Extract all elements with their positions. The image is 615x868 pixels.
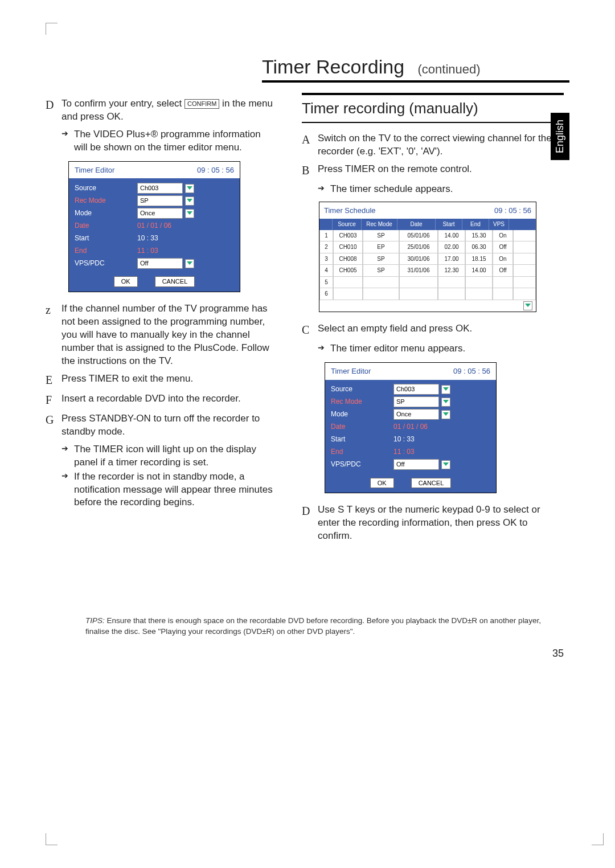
step-d-right: D Use S T keys or the numeric keypad 0-9… — [302, 503, 564, 543]
step-f: F Insert a recordable DVD into the recor… — [46, 392, 273, 408]
tips-text: Ensure that there is enough space on the… — [85, 616, 541, 636]
dropdown-icon[interactable] — [185, 184, 194, 193]
source-field[interactable]: Ch003 — [137, 183, 183, 194]
tips-footer: TIPS: Ensure that there is enough space … — [46, 616, 569, 637]
table-row[interactable]: 4CH005SP31/01/0612.3014.00Off — [319, 265, 536, 277]
crop-mark — [46, 833, 58, 845]
table-row[interactable]: 3CH008SP30/01/0617.0018.15On — [319, 253, 536, 265]
table-row[interactable]: 5 — [319, 277, 536, 289]
dropdown-icon[interactable] — [185, 209, 194, 218]
dropdown-icon[interactable] — [441, 385, 450, 394]
arrow-icon: ➔ — [62, 470, 74, 510]
mode-field[interactable]: Once — [137, 208, 183, 219]
editor-time: 09 : 05 : 56 — [197, 165, 234, 175]
dropdown-icon[interactable] — [441, 460, 450, 469]
title-text: Timer Recording — [262, 56, 404, 77]
table-row[interactable]: 6 — [319, 288, 536, 300]
step-c-sub: ➔ The timer editor menu appears. — [318, 342, 564, 355]
dropdown-icon[interactable] — [185, 259, 194, 268]
step-g-sub1: ➔ The TIMER icon will light up on the di… — [62, 443, 273, 469]
dropdown-icon[interactable] — [441, 398, 450, 407]
section-subhead: Timer recording (manually) — [302, 93, 564, 123]
ok-button[interactable]: OK — [370, 478, 394, 489]
schedule-title: Timer Schedule — [324, 206, 376, 216]
arrow-icon: ➔ — [62, 128, 74, 154]
dropdown-icon[interactable] — [185, 196, 194, 206]
schedule-time: 09 : 05 : 56 — [494, 206, 531, 216]
step-a: A Switch on the TV to the correct viewin… — [302, 132, 564, 158]
timer-editor-panel: Timer Editor 09 : 05 : 56 SourceCh003 Re… — [325, 362, 497, 493]
step-g: G Press STANDBY-ON to turn off the recor… — [46, 412, 273, 439]
arrow-icon: ➔ — [318, 183, 330, 196]
schedule-header-row: Source Rec Mode Date Start End VPS — [319, 219, 536, 230]
step-g-sub2: ➔ If the recorder is not in standby mode… — [62, 470, 273, 510]
step-e: E Press TIMER to exit the menu. — [46, 372, 273, 388]
scroll-down-icon[interactable] — [523, 301, 532, 310]
cancel-button[interactable]: CANCEL — [155, 276, 195, 287]
cancel-button[interactable]: CANCEL — [411, 478, 452, 489]
step-z: z If the channel number of the TV progra… — [46, 302, 273, 368]
recmode-field[interactable]: SP — [137, 195, 183, 206]
step-b: B Press TIMER on the remote control. — [302, 163, 564, 178]
editor-title: Timer Editor — [75, 165, 114, 175]
step-c: C Select an empty field and press OK. — [302, 322, 564, 338]
ok-button[interactable]: OK — [114, 276, 138, 287]
step-b-sub: ➔ The timer schedule appears. — [318, 183, 564, 196]
date-value[interactable]: 01 / 01 / 06 — [137, 221, 234, 230]
timer-editor-panel: Timer Editor 09 : 05 : 56 SourceCh003 Re… — [68, 161, 240, 292]
step-d: D To confirm your entry, select CONFIRM … — [46, 97, 273, 124]
step-d-sub: ➔ The VIDEO Plus+® programme information… — [62, 128, 273, 154]
vps-field[interactable]: Off — [137, 258, 183, 269]
title-rule — [262, 80, 569, 83]
table-row[interactable]: 1CH003SP05/01/0614.0015.30On — [319, 230, 536, 242]
arrow-icon: ➔ — [62, 443, 74, 469]
start-value[interactable]: 10 : 33 — [137, 234, 234, 243]
right-column: Timer recording (manually) A Switch on t… — [302, 93, 564, 547]
end-value[interactable]: 11 : 03 — [137, 246, 234, 255]
timer-schedule-panel: Timer Schedule 09 : 05 : 56 Source Rec M… — [319, 202, 536, 312]
arrow-icon: ➔ — [318, 342, 330, 355]
confirm-button-label: CONFIRM — [184, 99, 219, 109]
dropdown-icon[interactable] — [441, 410, 450, 419]
title-continued: (continued) — [418, 62, 481, 76]
page-number: 35 — [46, 648, 569, 660]
table-row[interactable]: 2CH010EP25/01/0602.0006.30Off — [319, 241, 536, 253]
tips-label: TIPS: — [85, 616, 105, 625]
crop-mark — [592, 833, 604, 845]
language-tab: English — [551, 113, 569, 160]
page-title: Timer Recording (continued) — [46, 56, 569, 78]
left-column: D To confirm your entry, select CONFIRM … — [46, 93, 273, 547]
